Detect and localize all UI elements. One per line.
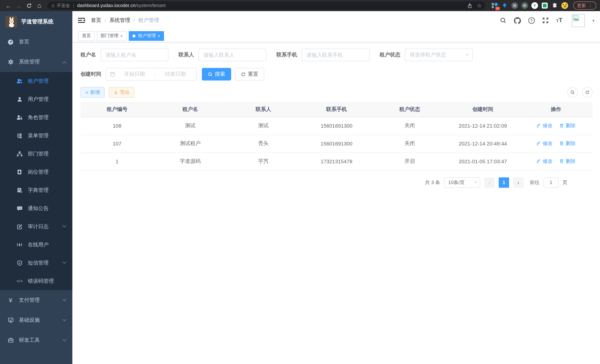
- tag-dept[interactable]: 部门管理 ×: [97, 31, 127, 41]
- header-search-icon[interactable]: [500, 17, 507, 24]
- end-date-placeholder[interactable]: 结束日期: [158, 71, 193, 78]
- sidebar-item-sms[interactable]: 短信管理: [0, 254, 72, 272]
- mobile-input[interactable]: [302, 49, 370, 61]
- status-select[interactable]: 请选择租户状态: [405, 49, 473, 61]
- search-icon: [208, 72, 213, 77]
- edit-link[interactable]: 修改: [536, 122, 553, 129]
- sidebar-item-notice[interactable]: 通知公告: [0, 199, 72, 217]
- sidebar-item-role[interactable]: 角色管理: [0, 108, 72, 127]
- search-button[interactable]: 搜索: [202, 68, 231, 81]
- status-placeholder: 请选择租户状态: [410, 52, 466, 58]
- contact-input[interactable]: [198, 49, 266, 61]
- cell-mobile: 15601691300: [300, 135, 373, 152]
- refresh-table-button[interactable]: [582, 87, 593, 98]
- avatar-caret-icon[interactable]: ▾: [593, 18, 594, 22]
- browser-back-icon[interactable]: ←: [4, 1, 13, 10]
- browser-forward-icon[interactable]: →: [14, 1, 23, 10]
- sidebar-item-post[interactable]: 岗位管理: [0, 163, 72, 181]
- extensions-puzzle-icon[interactable]: [551, 2, 558, 9]
- sidebar-item-label: 审计日志: [28, 223, 49, 230]
- tag-close-icon[interactable]: ×: [158, 33, 160, 38]
- delete-link[interactable]: 删除: [559, 158, 576, 165]
- sidebar-item-label: 支付管理: [19, 297, 40, 304]
- tag-label: 租户管理: [138, 33, 156, 39]
- share-icon[interactable]: [467, 3, 473, 8]
- breadcrumb-home[interactable]: 首页: [91, 17, 101, 24]
- chrome-update-button[interactable]: 更新 ⋮: [573, 1, 596, 10]
- browser-reload-icon[interactable]: [25, 1, 33, 10]
- page-size-select[interactable]: 10条/页: [444, 177, 480, 187]
- browser-home-icon[interactable]: ⌂: [35, 1, 44, 10]
- edit-pencil-icon: [536, 141, 541, 146]
- cell-status: 关闭: [373, 117, 446, 135]
- reset-button[interactable]: 重置: [235, 68, 264, 81]
- export-button[interactable]: 导出: [109, 87, 134, 98]
- browser-menu-dots-icon[interactable]: ⋮: [588, 3, 593, 8]
- tenant-name-input[interactable]: [101, 49, 169, 61]
- kite-extension-icon[interactable]: [501, 2, 508, 9]
- delete-link[interactable]: 删除: [559, 140, 576, 147]
- add-button[interactable]: + 新增: [81, 87, 105, 98]
- table-header-row: 租户编号 租户名 联系人 联系手机 租户状态 创建时间 操作: [81, 102, 593, 117]
- tag-tenant[interactable]: 租户管理 ×: [129, 31, 164, 41]
- security-label[interactable]: 不安全: [57, 2, 70, 9]
- app-title: 芋道管理系统: [21, 18, 53, 25]
- address-bar[interactable]: ⚠ 不安全 dashboard.yudao.iocoder.cn/system/…: [47, 1, 485, 10]
- edit-link[interactable]: 修改: [536, 140, 553, 147]
- page-number-button[interactable]: 1: [499, 177, 509, 187]
- sidebar-item-label: 在线用户: [28, 241, 49, 248]
- delete-link[interactable]: 删除: [559, 122, 576, 129]
- sidebar-item-payment[interactable]: ¥ 支付管理: [0, 290, 72, 310]
- tag-close-icon[interactable]: ×: [120, 33, 123, 38]
- tag-home[interactable]: 首页: [78, 31, 95, 41]
- y-extension-icon[interactable]: Y: [531, 2, 538, 9]
- sidebar-item-user[interactable]: 用户管理: [0, 90, 72, 108]
- pagination: 共 3 条 10条/页 ‹ 1 › 前往 页: [81, 177, 593, 187]
- tab-manager-extension-icon[interactable]: 10: [491, 2, 498, 9]
- create-time-range-picker[interactable]: 开始日期 - 结束日期: [106, 68, 197, 81]
- sidebar-item-label: 菜单管理: [28, 132, 49, 139]
- goto-unit: 页: [562, 179, 567, 186]
- col-mobile: 联系手机: [300, 102, 373, 117]
- next-page-button[interactable]: ›: [513, 177, 524, 187]
- sidebar-item-infra[interactable]: 基础设施: [0, 310, 72, 330]
- update-label: 更新: [577, 2, 586, 9]
- goto-page-input[interactable]: [544, 177, 558, 187]
- profile-avatar-icon[interactable]: [562, 2, 568, 9]
- sidebar-item-home[interactable]: 首页: [0, 32, 72, 52]
- sidebar-item-label: 基础设施: [19, 317, 40, 324]
- sidebar-item-dev-tools[interactable]: 研发工具: [0, 330, 72, 350]
- sidebar-logo-row[interactable]: 芋道管理系统: [0, 11, 72, 32]
- sidebar-item-online-user[interactable]: 在线用户: [0, 236, 72, 254]
- help-icon[interactable]: ?: [528, 17, 535, 24]
- sidebar-item-menu[interactable]: 菜单管理: [0, 127, 72, 145]
- toggle-search-button[interactable]: [567, 87, 578, 98]
- select-chevron-icon: [466, 52, 469, 56]
- user-avatar[interactable]: [572, 14, 585, 27]
- sidebar-item-audit-log[interactable]: 审计日志: [0, 217, 72, 236]
- command-extension-icon[interactable]: ⌘: [511, 2, 518, 9]
- recorder-extension-icon[interactable]: [521, 2, 528, 9]
- edit-link[interactable]: 修改: [536, 158, 553, 165]
- bookmark-star-icon[interactable]: ☆: [477, 3, 482, 9]
- fullscreen-icon[interactable]: [542, 17, 549, 24]
- app-logo: [6, 16, 17, 27]
- sidebar-item-tenant[interactable]: 租户管理: [0, 72, 72, 90]
- trash-icon: [559, 141, 564, 146]
- cell-tenant-id: 107: [81, 135, 154, 152]
- sidebar-item-error-code[interactable]: </> 错误码管理: [0, 272, 72, 290]
- sidebar-item-system[interactable]: 系统管理: [0, 52, 72, 72]
- font-size-icon[interactable]: TT: [556, 17, 562, 24]
- chevron-down-icon: [63, 260, 66, 264]
- sidebar-item-dict[interactable]: 字典管理: [0, 181, 72, 199]
- github-icon[interactable]: [514, 17, 521, 24]
- prev-page-button[interactable]: ‹: [484, 177, 495, 187]
- breadcrumb: 首页 / 系统管理 / 租户管理: [91, 17, 159, 24]
- cell-tenant-id: 108: [81, 117, 154, 135]
- cell-contact: 测试: [227, 117, 300, 135]
- start-date-placeholder[interactable]: 开始日期: [117, 71, 152, 78]
- breadcrumb-system[interactable]: 系统管理: [110, 17, 130, 24]
- chat-extension-icon[interactable]: [541, 2, 548, 9]
- sidebar-collapse-icon[interactable]: [78, 17, 85, 24]
- sidebar-item-dept[interactable]: 部门管理: [0, 145, 72, 163]
